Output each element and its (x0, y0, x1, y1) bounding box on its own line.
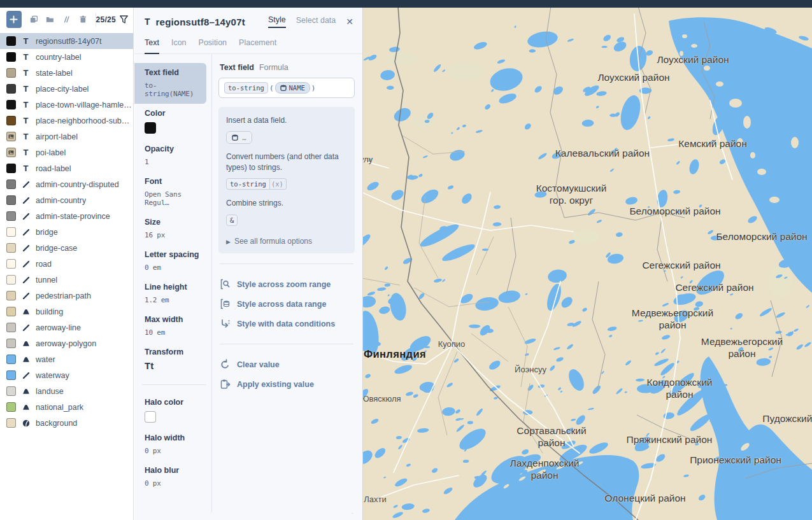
layer-swatch (6, 243, 16, 253)
layer-row-background[interactable]: background (0, 415, 133, 431)
text-layer-type-icon: T (21, 85, 31, 94)
property-label: Color (145, 109, 200, 118)
layer-row-place-neighborhood-suburb-l...[interactable]: Tplace-neighborhood-suburb-l... (0, 113, 133, 129)
layer-name: aeroway-polygon (36, 339, 96, 348)
see-all-formula-options[interactable]: ▶See all formula options (226, 234, 347, 247)
property-value: 0 px (145, 447, 200, 455)
property-text-field[interactable]: Text fieldto-string(NAME) (134, 63, 206, 104)
layer-row-road-label[interactable]: Troad-label (0, 160, 133, 176)
layer-row-admin-country-disputed[interactable]: admin-country-disputed (0, 176, 133, 192)
layer-row-poi-label[interactable]: Tpoi-label (0, 144, 133, 160)
property-opacity[interactable]: Opacity1 (134, 139, 206, 172)
layer-name: national_park (36, 403, 83, 412)
formula-arg-chip[interactable]: NAME (275, 82, 310, 94)
to-string-chip[interactable]: to-string (226, 178, 270, 190)
duplicate-layer-icon[interactable] (30, 15, 38, 24)
property-value: Open Sans Regul… (145, 190, 200, 207)
property-halo-blur[interactable]: Halo blur0 px (134, 461, 206, 493)
property-font[interactable]: FontOpen Sans Regul… (134, 172, 206, 213)
subtab-icon[interactable]: Icon (171, 38, 187, 53)
close-icon[interactable]: ✕ (346, 17, 353, 26)
property-color[interactable]: Color (134, 104, 206, 139)
map-canvas[interactable]: ФинляндияОулуКуопиоЙоэнсууЮвяскюляЛахтиЛ… (363, 8, 812, 520)
layer-row-aeroway-polygon[interactable]: aeroway-polygon (0, 335, 133, 351)
delete-layer-icon[interactable] (79, 15, 87, 24)
layer-name: country-label (36, 53, 82, 62)
add-layer-button[interactable] (6, 11, 22, 28)
style-with-data-conditions-button[interactable]: Style with data conditions (218, 314, 355, 334)
layer-row-tunnel[interactable]: tunnel (0, 272, 133, 288)
layer-row-place-town-village-hamlet-label[interactable]: Tplace-town-village-hamlet-label (0, 97, 133, 113)
insert-field-chip[interactable]: … (226, 131, 252, 144)
layer-row-national_park[interactable]: national_park (0, 399, 133, 415)
apply-existing-value-button[interactable]: Apply existing value (218, 374, 355, 394)
property-halo-width[interactable]: Halo width0 px (134, 428, 206, 461)
text-layer-type-icon: T (21, 148, 31, 157)
layer-row-regionsutf8-14y07t[interactable]: Tregionsutf8-14y07t (0, 33, 133, 49)
layer-row-waterway[interactable]: waterway (0, 367, 133, 383)
subtab-text[interactable]: Text (145, 38, 159, 54)
apply-icon (220, 379, 231, 390)
layer-row-pedestrian-path[interactable]: pedestrian-path (0, 288, 133, 304)
layer-row-aeroway-line[interactable]: aeroway-line (0, 320, 133, 335)
filter-icon[interactable] (120, 15, 128, 24)
layer-name: landuse (36, 387, 64, 396)
visibility-toggle-icon[interactable] (62, 15, 71, 24)
layer-name: place-city-label (36, 85, 89, 94)
formula-input[interactable]: to-string ( NAME ) (218, 78, 355, 98)
style-across-zoom-range-button[interactable]: Style across zoom range (218, 274, 355, 294)
property-max-width[interactable]: Max width10 em (134, 310, 206, 342)
layer-row-admin-country[interactable]: admin-country (0, 192, 133, 208)
property-label: Halo width (145, 433, 200, 442)
line-layer-type-icon (21, 371, 31, 380)
property-line-height[interactable]: Line height1.2 em (134, 278, 206, 310)
divider (142, 384, 206, 385)
layer-name: background (36, 419, 77, 428)
formula-hints: Insert a data field. … Convert numbers (… (218, 107, 355, 253)
subtab-placement[interactable]: Placement (239, 38, 276, 53)
layer-row-landuse[interactable]: landuse (0, 383, 133, 399)
line-layer-type-icon (21, 180, 31, 189)
action-label: Apply existing value (237, 380, 314, 389)
clear-value-button[interactable]: Clear value (218, 355, 355, 374)
layer-name: admin-state-province (36, 212, 110, 221)
line-layer-type-icon (21, 228, 31, 237)
open-paren: ( (269, 84, 274, 92)
property-label: Letter spacing (145, 250, 200, 259)
property-transform[interactable]: TransformTt (134, 342, 206, 377)
layer-row-building[interactable]: building (0, 304, 133, 320)
layer-row-water[interactable]: water (0, 351, 133, 367)
plus-icon (10, 15, 18, 24)
property-halo-color[interactable]: Halo color (134, 393, 206, 428)
tab-select-data[interactable]: Select data (296, 16, 336, 27)
color-swatch[interactable] (145, 122, 156, 134)
layer-row-bridge[interactable]: bridge (0, 224, 133, 240)
layer-row-country-label[interactable]: Tcountry-label (0, 49, 133, 65)
fill-layer-type-icon (21, 355, 31, 364)
layer-row-place-city-label[interactable]: Tplace-city-label (0, 81, 133, 97)
layer-swatch (6, 52, 16, 62)
subtab-position[interactable]: Position (199, 38, 227, 53)
layer-row-admin-state-province[interactable]: admin-state-province (0, 208, 133, 224)
layer-row-bridge-case[interactable]: bridge-case (0, 240, 133, 256)
layer-row-road[interactable]: road (0, 256, 133, 272)
layer-swatch (6, 355, 16, 364)
formula-mode-label: Formula (259, 63, 288, 72)
layer-swatch (6, 100, 16, 109)
concat-chip[interactable]: & (226, 214, 238, 226)
ellipsis-label: … (242, 134, 246, 141)
tab-style[interactable]: Style (268, 15, 286, 28)
layer-counter: 25/25 (96, 15, 116, 24)
property-letter-spacing[interactable]: Letter spacing0 em (134, 245, 206, 278)
group-layers-icon[interactable] (46, 15, 54, 24)
style-across-data-range-button[interactable]: Style across data range (218, 294, 355, 314)
property-label: Opacity (145, 144, 200, 153)
formula-fn-chip[interactable]: to-string (224, 82, 268, 94)
layer-row-state-label[interactable]: Tstate-label (0, 65, 133, 81)
property-label: Max width (145, 315, 200, 324)
color-swatch[interactable] (145, 411, 156, 423)
property-size[interactable]: Size16 px (134, 213, 206, 245)
data-conditions-icon (220, 318, 231, 329)
layer-row-airport-label[interactable]: Tairport-label (0, 129, 133, 144)
divider (352, 513, 353, 514)
